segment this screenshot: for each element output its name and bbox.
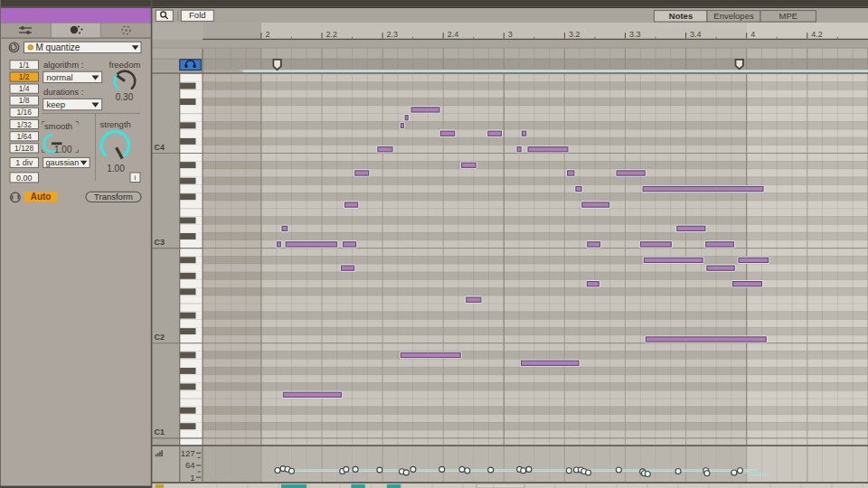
svg-text:MPE: MPE: [779, 11, 798, 21]
svg-text:gaussian: gaussian: [46, 158, 80, 167]
svg-text:M quantize: M quantize: [36, 42, 80, 52]
svg-text:3: 3: [508, 30, 513, 39]
svg-text:algorithm :: algorithm :: [43, 60, 83, 70]
svg-text:i: i: [135, 174, 137, 182]
svg-text:3.4: 3.4: [690, 30, 702, 39]
svg-text:C3: C3: [155, 238, 165, 247]
svg-text:3.2: 3.2: [569, 30, 580, 39]
svg-text:Auto: Auto: [31, 192, 52, 202]
svg-text:normal: normal: [47, 72, 73, 82]
svg-text:1/8: 1/8: [19, 96, 30, 105]
svg-text:1: 1: [190, 473, 194, 483]
svg-text:Transform: Transform: [94, 192, 133, 202]
svg-text:C2: C2: [155, 333, 165, 342]
svg-text:smooth: smooth: [44, 121, 72, 131]
svg-text:1/32: 1/32: [16, 120, 32, 129]
svg-text:1.00: 1.00: [107, 164, 125, 174]
svg-text:2: 2: [265, 30, 269, 39]
svg-text:1/16: 1/16: [16, 108, 32, 117]
svg-text:2.4: 2.4: [448, 30, 459, 39]
svg-text:C1: C1: [155, 427, 165, 436]
svg-text:64: 64: [185, 460, 195, 470]
svg-text:C4: C4: [155, 143, 165, 152]
svg-text:1/64: 1/64: [16, 132, 32, 141]
svg-text:4: 4: [750, 30, 755, 39]
svg-text:4.2: 4.2: [811, 30, 823, 39]
svg-text:1/128: 1/128: [14, 144, 34, 153]
svg-text:0.00: 0.00: [16, 174, 33, 183]
svg-text:127: 127: [181, 448, 195, 458]
svg-text:2.3: 2.3: [387, 30, 399, 39]
svg-text:Envelopes: Envelopes: [713, 11, 754, 21]
svg-text:1/4: 1/4: [19, 84, 30, 93]
svg-text:Fold: Fold: [189, 10, 205, 20]
svg-text:1/2: 1/2: [19, 72, 30, 81]
svg-text:freedom: freedom: [109, 60, 141, 70]
svg-text:1.00: 1.00: [54, 145, 72, 155]
svg-text:1 div: 1 div: [15, 158, 33, 167]
svg-text:Notes: Notes: [669, 11, 693, 21]
svg-text:strength: strength: [100, 119, 131, 129]
svg-text:keep: keep: [47, 99, 66, 109]
svg-text:3.3: 3.3: [629, 30, 641, 39]
svg-text:0.30: 0.30: [116, 92, 134, 102]
svg-text:1/1: 1/1: [19, 61, 30, 70]
svg-text:2.2: 2.2: [326, 30, 338, 39]
svg-text:durations :: durations :: [43, 87, 83, 97]
